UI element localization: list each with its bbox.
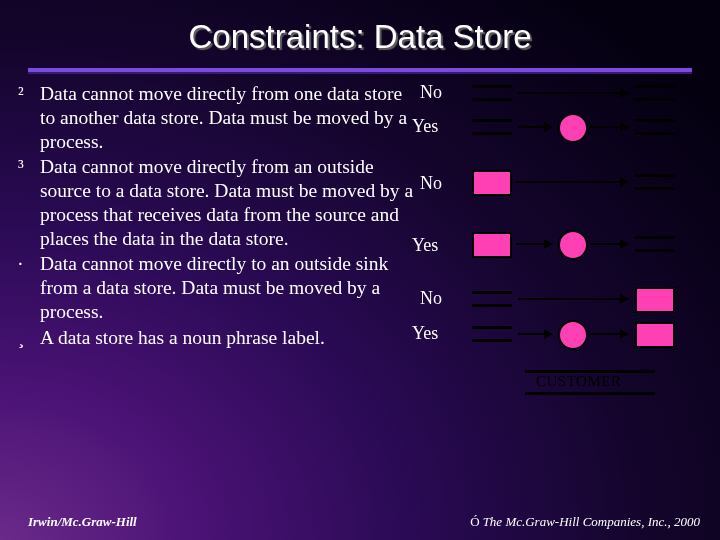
bullet-text-2: Data cannot move directly from an outsid… — [40, 156, 413, 248]
label-no-2: No — [420, 173, 442, 194]
process-icon — [558, 320, 588, 350]
source-icon — [472, 170, 512, 196]
copyright-symbol: Ó — [470, 514, 479, 529]
bullet-sym-4: ¸ — [18, 326, 24, 349]
label-yes-1: Yes — [412, 116, 438, 137]
bullet-sym-2: ³ — [18, 155, 24, 178]
footer-left: Irwin/Mc.Graw-Hill — [28, 514, 137, 530]
label-yes-2: Yes — [412, 235, 438, 256]
arrow-icon — [516, 181, 628, 183]
datastore-icon — [472, 326, 512, 329]
bullet-2: ³ Data cannot move directly from an outs… — [18, 155, 418, 250]
bullet-3: · Data cannot move directly to an outsid… — [18, 252, 418, 323]
datastore-icon — [635, 119, 675, 122]
label-yes-3: Yes — [412, 323, 438, 344]
arrow-icon — [518, 92, 628, 94]
footer-right: ÓThe Mc.Graw-Hill Companies, Inc., 2000 — [470, 514, 700, 530]
arrow-icon — [518, 333, 552, 335]
body-text: ² Data cannot move directly from one dat… — [18, 82, 418, 352]
datastore-icon — [472, 291, 512, 294]
arrow-icon — [590, 333, 628, 335]
arrow-icon — [590, 243, 628, 245]
bullet-text-1: Data cannot move directly from one data … — [40, 83, 407, 152]
bullet-sym-1: ² — [18, 82, 24, 105]
datastore-icon — [635, 85, 675, 88]
bullet-sym-3: · — [18, 252, 23, 275]
bullet-text-3: Data cannot move directly to an outside … — [40, 253, 388, 322]
datastore-icon — [635, 174, 675, 177]
sink-icon — [635, 287, 675, 313]
datastore-icon — [635, 236, 675, 239]
datastore-icon — [472, 119, 512, 122]
diagram-area: No Yes No Yes No Yes — [420, 80, 710, 480]
arrow-icon — [518, 126, 552, 128]
bullet-text-4: A data store has a noun phrase label. — [40, 327, 325, 348]
datastore-label: CUSTOMER — [536, 373, 621, 390]
label-no-3: No — [420, 288, 442, 309]
source-icon — [472, 232, 512, 258]
footer-right-text: The Mc.Graw-Hill Companies, Inc., 2000 — [483, 514, 700, 529]
title-rule-bot — [28, 72, 692, 74]
arrow-icon — [516, 243, 552, 245]
process-icon — [558, 113, 588, 143]
datastore-icon — [472, 85, 512, 88]
sink-icon — [635, 322, 675, 348]
bullet-4: ¸ A data store has a noun phrase label. — [18, 326, 418, 350]
process-icon — [558, 230, 588, 260]
arrow-icon — [590, 126, 628, 128]
arrow-icon — [518, 298, 628, 300]
slide: Constraints: Data Store ² Data cannot mo… — [0, 0, 720, 540]
slide-title: Constraints: Data Store — [0, 18, 720, 56]
bullet-1: ² Data cannot move directly from one dat… — [18, 82, 418, 153]
label-no-1: No — [420, 82, 442, 103]
